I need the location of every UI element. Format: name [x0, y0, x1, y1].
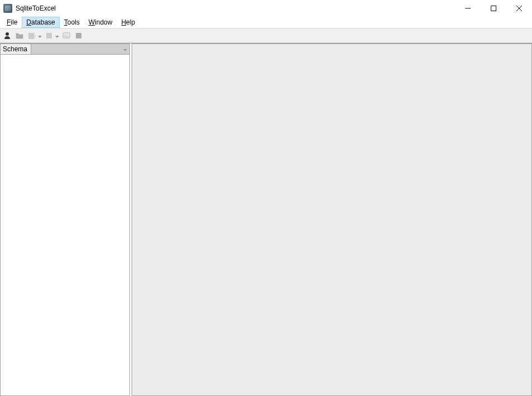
open-icon: [15, 31, 24, 40]
import-icon: [27, 31, 36, 40]
maximize-icon: [491, 6, 496, 11]
main-area: Schema: [0, 43, 532, 396]
sql-icon: SQL: [62, 31, 71, 40]
minimize-button[interactable]: [455, 0, 481, 17]
content-area: [132, 44, 532, 396]
toolbar: SQL: [0, 28, 532, 43]
app-icon: [3, 4, 12, 13]
logon-icon: [3, 31, 12, 40]
titlebar: SqliteToExcel: [0, 0, 532, 17]
toolbar-logon-button[interactable]: [2, 31, 12, 41]
schema-combo[interactable]: [31, 44, 129, 54]
svg-text:SQL: SQL: [64, 34, 69, 37]
menu-database[interactable]: Database: [22, 17, 59, 28]
maximize-button[interactable]: [481, 0, 506, 17]
minimize-icon: [465, 6, 471, 11]
svg-rect-9: [76, 33, 81, 38]
menubar: File Database Tools Window Help: [0, 17, 532, 28]
menu-tools[interactable]: Tools: [60, 17, 84, 28]
sidebar: Schema: [0, 44, 130, 396]
menu-help[interactable]: Help: [117, 17, 139, 28]
close-button[interactable]: [506, 0, 532, 17]
chevron-down-icon: [123, 45, 127, 53]
svg-rect-1: [491, 6, 496, 11]
toolbar-stop-button[interactable]: [74, 31, 84, 41]
window-title: SqliteToExcel: [16, 4, 56, 12]
toolbar-open-button[interactable]: [14, 31, 25, 41]
toolbar-sql-button[interactable]: SQL: [61, 31, 71, 41]
export-icon: [45, 31, 54, 40]
close-icon: [516, 6, 522, 11]
toolbar-export-button[interactable]: [44, 31, 59, 41]
chevron-down-icon: [38, 32, 42, 40]
stop-icon: [74, 31, 83, 40]
schema-label: Schema: [1, 44, 31, 54]
chevron-down-icon: [55, 32, 59, 40]
schema-tree[interactable]: [0, 55, 129, 396]
schema-row: Schema: [0, 44, 129, 55]
menu-file[interactable]: File: [2, 17, 22, 28]
svg-rect-5: [28, 33, 34, 39]
toolbar-import-button[interactable]: [27, 31, 42, 41]
menu-window[interactable]: Window: [84, 17, 117, 28]
svg-point-4: [6, 32, 9, 36]
svg-rect-6: [46, 33, 52, 38]
